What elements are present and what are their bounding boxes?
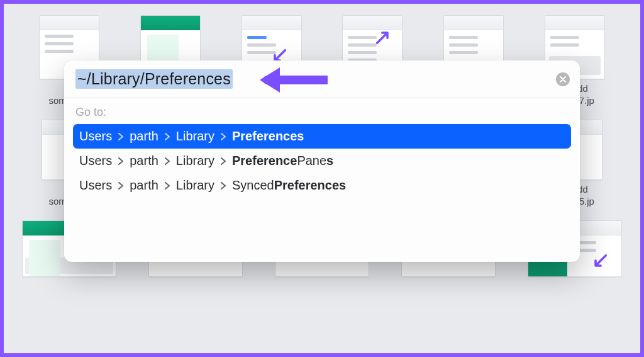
path-suggestion[interactable]: Users parth Library Preferences bbox=[73, 124, 571, 149]
go-to-folder-sheet: ~/Library/Preferences Go to: Users parth… bbox=[64, 60, 580, 262]
annotation-arrow-icon bbox=[160, 41, 177, 59]
close-icon bbox=[560, 74, 566, 85]
chevron-right-icon bbox=[221, 182, 226, 190]
chevron-right-icon bbox=[165, 133, 170, 140]
annotation-arrow-icon bbox=[374, 28, 392, 46]
chevron-right-icon bbox=[221, 157, 226, 165]
path-leaf: PreferencePanes bbox=[232, 154, 333, 168]
path-segment: parth bbox=[130, 178, 158, 193]
finder-window-background: h som....jpg bbox=[4, 4, 640, 353]
path-suggestion[interactable]: Users parth Library SyncedPreferences bbox=[73, 173, 571, 198]
close-button[interactable] bbox=[556, 72, 570, 86]
chevron-right-icon bbox=[118, 157, 123, 165]
chevron-right-icon bbox=[118, 133, 123, 140]
path-suggestion[interactable]: Users parth Library PreferencePanes bbox=[73, 149, 571, 173]
path-segment: Library bbox=[176, 154, 214, 168]
path-leaf: SyncedPreferences bbox=[232, 178, 346, 193]
path-segment: Users bbox=[79, 178, 112, 193]
goto-label: Go to: bbox=[75, 106, 571, 119]
sheet-header: ~/Library/Preferences bbox=[64, 60, 580, 98]
path-segment: Library bbox=[176, 178, 214, 193]
chevron-right-icon bbox=[165, 182, 170, 190]
path-segment: parth bbox=[130, 154, 158, 168]
sheet-body: Go to: Users parth Library Preferences U… bbox=[64, 98, 580, 262]
chevron-right-icon bbox=[165, 157, 170, 165]
annotation-arrow-icon bbox=[591, 252, 609, 270]
chevron-right-icon bbox=[221, 133, 226, 140]
path-leaf: Preferences bbox=[232, 129, 304, 144]
path-segment: parth bbox=[130, 129, 158, 144]
path-segment: Users bbox=[79, 154, 112, 168]
path-input[interactable]: ~/Library/Preferences bbox=[75, 69, 233, 89]
path-segment: Users bbox=[79, 129, 112, 144]
chevron-right-icon bbox=[118, 182, 123, 190]
path-segment: Library bbox=[176, 129, 214, 144]
